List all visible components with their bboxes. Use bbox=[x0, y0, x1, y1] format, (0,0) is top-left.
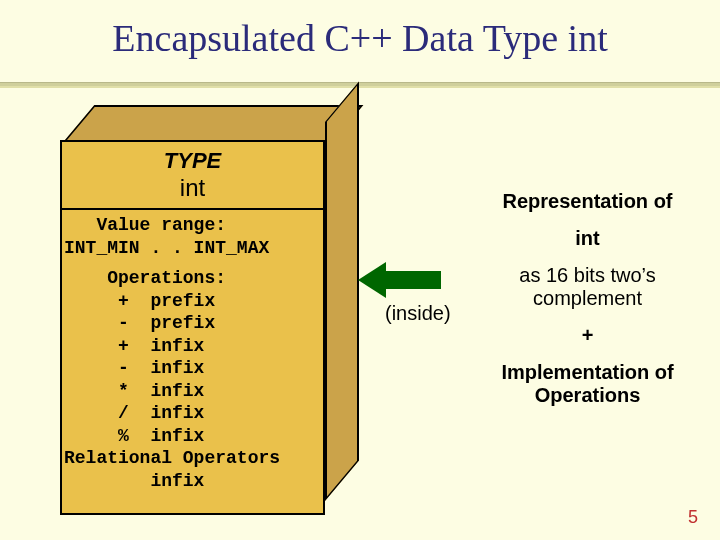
right-column: Representation of int as 16 bits two’s c… bbox=[475, 190, 700, 407]
plus-symbol: + bbox=[475, 324, 700, 347]
inside-arrow bbox=[358, 262, 441, 298]
arrow-head-icon bbox=[358, 262, 386, 298]
type-keyword: TYPE bbox=[62, 148, 323, 174]
representation-heading: Representation of bbox=[475, 190, 700, 213]
inside-label: (inside) bbox=[385, 302, 451, 325]
page-number: 5 bbox=[688, 507, 698, 528]
representation-detail: as 16 bits two’s complement bbox=[475, 264, 700, 310]
slide-title: Encapsulated C++ Data Type int bbox=[0, 16, 720, 60]
type-box: TYPE int Value range: INT_MIN . . INT_MA… bbox=[60, 140, 325, 515]
arrow-shaft bbox=[386, 271, 441, 289]
title-underline bbox=[0, 82, 720, 88]
box-side-face bbox=[325, 81, 359, 501]
type-name: int bbox=[62, 174, 323, 202]
type-box-header: TYPE int bbox=[62, 142, 323, 206]
slide: Encapsulated C++ Data Type int TYPE int … bbox=[0, 0, 720, 540]
representation-int: int bbox=[475, 227, 700, 250]
box-top-face bbox=[62, 105, 364, 144]
value-range-block: Value range: INT_MIN . . INT_MAX bbox=[62, 210, 323, 263]
implementation-heading: Implementation of Operations bbox=[475, 361, 700, 407]
operations-block: Operations: + prefix - prefix + infix - … bbox=[62, 263, 323, 496]
